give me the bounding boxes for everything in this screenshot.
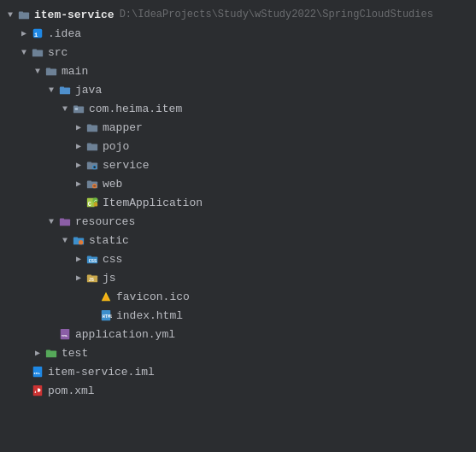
- list-item[interactable]: YML application.yml: [0, 325, 476, 343]
- file-tree: ▼ item-service D:\IdeaProjects\Study\wSt…: [0, 0, 476, 405]
- tree-root-item[interactable]: ▼ item-service D:\IdeaProjects\Study\wSt…: [0, 5, 476, 24]
- root-label: item-service: [34, 9, 115, 21]
- svg-rect-5: [32, 50, 37, 51]
- folder-icon: [85, 120, 99, 134]
- list-item[interactable]: ▼ main: [0, 62, 476, 80]
- svg-rect-29: [60, 219, 70, 226]
- svg-rect-1: [19, 12, 23, 14]
- arrow-icon: ▼: [58, 233, 72, 247]
- svg-rect-30: [60, 219, 64, 220]
- item-label: java: [75, 84, 102, 97]
- src-folder-icon: [31, 45, 44, 59]
- list-item[interactable]: ▶ i .idea: [0, 24, 476, 43]
- arrow-icon: ▶: [72, 252, 85, 266]
- svg-rect-38: [87, 275, 91, 277]
- item-label: static: [89, 234, 129, 247]
- svg-text:i: i: [34, 31, 38, 38]
- svg-rect-12: [75, 108, 79, 110]
- arrow-icon: ▶: [17, 26, 31, 40]
- root-arrow: ▼: [3, 8, 17, 21]
- js-folder-icon: JS: [85, 271, 99, 285]
- idea-icon: i: [31, 26, 44, 40]
- svg-text:CSS: CSS: [89, 259, 97, 264]
- svg-rect-4: [32, 50, 43, 56]
- list-item[interactable]: ▶ mapper: [0, 118, 476, 137]
- svg-rect-46: [46, 350, 56, 357]
- folder-icon: [85, 139, 99, 153]
- arrow-icon: ▼: [58, 102, 72, 115]
- list-item[interactable]: IML item-service.iml: [0, 362, 476, 381]
- arrow-icon: ▶: [72, 139, 85, 153]
- svg-rect-6: [46, 68, 56, 75]
- item-label: mapper: [103, 121, 143, 134]
- item-label: item-service.iml: [48, 366, 155, 379]
- list-item[interactable]: ▶ service: [0, 156, 476, 174]
- item-label: css: [103, 253, 122, 266]
- iml-file-icon: IML: [31, 365, 44, 379]
- svg-point-20: [93, 166, 96, 168]
- package-icon: [72, 102, 85, 115]
- svg-rect-16: [87, 144, 91, 145]
- svg-text:C: C: [88, 201, 91, 208]
- root-folder-icon: [17, 8, 31, 21]
- list-item[interactable]: ▼ java: [0, 80, 476, 99]
- folder-icon: [44, 64, 58, 78]
- svg-rect-7: [46, 68, 50, 70]
- svg-rect-27: [94, 203, 97, 206]
- svg-text:IML: IML: [33, 371, 40, 375]
- arrow-icon: ▶: [31, 346, 44, 360]
- root-path: D:\IdeaProjects\Study\wStudy2022\SpringC…: [120, 9, 433, 21]
- service-label: service: [103, 159, 150, 172]
- item-label: .idea: [48, 27, 81, 40]
- svg-rect-9: [60, 87, 64, 89]
- svg-rect-8: [60, 87, 70, 94]
- arrow-icon: ▶: [72, 271, 85, 285]
- list-item[interactable]: ▶ pojo: [0, 137, 476, 156]
- svg-text:YML: YML: [62, 333, 68, 338]
- svg-rect-18: [87, 162, 91, 164]
- arrow-icon: ▼: [17, 45, 31, 59]
- html-file-icon: HTML: [99, 308, 113, 322]
- item-label: pom.xml: [48, 384, 95, 397]
- list-item[interactable]: ▶ web: [0, 174, 476, 193]
- item-label: com.heima.item: [89, 103, 182, 115]
- list-item[interactable]: HTML index.html: [0, 306, 476, 325]
- item-label: application.yml: [75, 328, 175, 341]
- favicon-icon: [99, 290, 113, 303]
- service-folder-icon: [85, 158, 99, 172]
- svg-text:HTML: HTML: [103, 314, 112, 320]
- arrow-icon: ▶: [72, 158, 85, 172]
- svg-rect-32: [73, 238, 78, 239]
- item-label: js: [103, 272, 116, 285]
- list-item[interactable]: ▶ test: [0, 343, 476, 362]
- item-label: test: [62, 347, 88, 360]
- svg-rect-14: [87, 125, 91, 126]
- web-folder-icon: [85, 177, 99, 191]
- list-item[interactable]: favicon.ico: [0, 287, 476, 306]
- svg-point-33: [79, 240, 83, 244]
- item-label: resources: [75, 215, 135, 228]
- list-item[interactable]: C ItemApplication: [0, 193, 476, 212]
- pom-file-icon: [31, 384, 44, 397]
- static-folder-icon: [72, 233, 85, 247]
- list-item[interactable]: ▼ com.heima.item: [0, 99, 476, 118]
- list-item[interactable]: pom.xml: [0, 381, 476, 400]
- svg-rect-15: [87, 144, 97, 150]
- list-item[interactable]: ▼ resources: [0, 212, 476, 231]
- yml-file-icon: YML: [58, 327, 72, 341]
- svg-text:JS: JS: [89, 278, 94, 283]
- item-label: src: [48, 46, 68, 59]
- resources-folder-icon: [58, 214, 72, 228]
- list-item[interactable]: ▶ JS js: [0, 268, 476, 287]
- item-label: favicon.ico: [116, 291, 190, 303]
- arrow-icon: ▼: [31, 64, 44, 78]
- svg-rect-0: [19, 12, 29, 19]
- list-item[interactable]: ▼ static: [0, 231, 476, 249]
- item-label: ItemApplication: [103, 197, 203, 209]
- item-label: main: [62, 65, 88, 78]
- item-label: pojo: [103, 140, 129, 153]
- list-item[interactable]: ▶ CSS css: [0, 249, 476, 268]
- arrow-icon: ▼: [44, 83, 58, 97]
- list-item[interactable]: ▼ src: [0, 43, 476, 62]
- svg-rect-22: [87, 181, 91, 183]
